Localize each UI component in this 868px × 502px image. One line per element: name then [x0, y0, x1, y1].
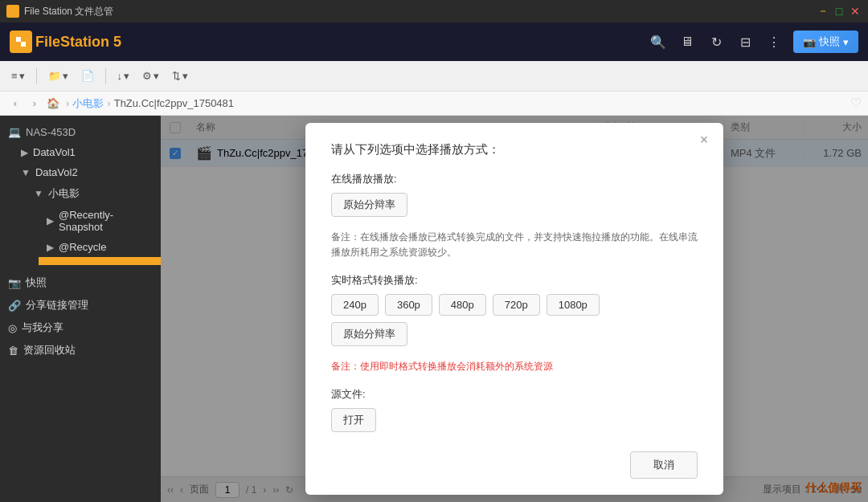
- recycle-bin-label: 资源回收站: [23, 343, 76, 357]
- nas-label: NAS-453D: [26, 126, 76, 138]
- realtime-original-button[interactable]: 原始分辩率: [331, 322, 407, 346]
- quick-icon: 📷: [8, 277, 21, 289]
- back-button[interactable]: ‹: [6, 95, 24, 112]
- recycle-bin-icon: 🗑: [8, 345, 18, 357]
- logo-text: FileStation 5: [35, 34, 121, 51]
- action-button[interactable]: ↓ ▾: [113, 67, 135, 85]
- nas-header: 💻 NAS-453D: [0, 122, 161, 142]
- list-dropdown-icon: ▾: [19, 70, 25, 82]
- breadcrumb-movies[interactable]: 小电影: [72, 96, 104, 111]
- resolution-240p-button[interactable]: 240p: [331, 294, 379, 316]
- header: FileStation 5 🔍 🖥 ↻ ⊟ ⋮ 📷 快照 ▾: [0, 22, 868, 61]
- cancel-button[interactable]: 取消: [630, 451, 698, 479]
- breadcrumb-path: › 小电影 › ThZu.Cc|fc2ppv_1750481: [66, 96, 234, 111]
- sidebar-item-label-4: @Recently-Snapshot: [59, 209, 153, 233]
- online-playback-section: 在线播放播放: 原始分辩率: [331, 172, 698, 217]
- more-icon[interactable]: ⋮: [764, 32, 784, 51]
- sidebar-item-quick[interactable]: 📷 快照: [0, 271, 161, 294]
- minimize-button[interactable]: －: [817, 5, 829, 18]
- source-label: 源文件:: [331, 387, 698, 402]
- resolution-1080p-button[interactable]: 1080p: [547, 294, 600, 316]
- close-button[interactable]: ✕: [849, 5, 862, 18]
- svg-rect-0: [8, 6, 18, 16]
- forward-button[interactable]: ›: [26, 95, 43, 112]
- modal-footer: 取消: [331, 451, 698, 479]
- sidebar-item-label-5: @Recycle: [59, 241, 106, 253]
- sidebar-volumes: ▶ DataVol1 ▼ DataVol2 ▼ 小电影 ▶ @Recen: [0, 142, 161, 265]
- tools-button[interactable]: ⚙ ▾: [137, 67, 164, 85]
- title-bar: File Station 文件总管 － □ ✕: [0, 0, 868, 22]
- create-folder-button[interactable]: 📁 ▾: [43, 67, 73, 85]
- expand-icon: ▶: [21, 147, 28, 158]
- share-button[interactable]: ⇅ ▾: [167, 67, 193, 85]
- window-title: File Station 文件总管: [24, 5, 862, 18]
- breadcrumb-separator-2: ›: [107, 97, 110, 109]
- resolution-480p-button[interactable]: 480p: [439, 294, 486, 316]
- modal-close-button[interactable]: ×: [694, 131, 714, 150]
- nas-icon: 💻: [8, 126, 21, 138]
- online-original-button[interactable]: 原始分辩率: [331, 193, 407, 217]
- realtime-warning: 备注：使用即时格式转换播放会消耗额外的系统资源: [331, 359, 698, 374]
- home-icon[interactable]: 🏠: [47, 97, 59, 109]
- sidebar-item-movies[interactable]: ▼ 小电影: [26, 182, 161, 205]
- tools-dropdown-icon: ▾: [154, 70, 159, 82]
- sidebar: 💻 NAS-453D ▶ DataVol1 ▼ DataVol2 ▼ 小电影: [0, 116, 161, 502]
- resolution-360p-button[interactable]: 360p: [385, 294, 432, 316]
- resolution-buttons: 240p 360p 480p 720p 1080p: [331, 294, 698, 316]
- breadcrumb-nav: ‹ ›: [6, 95, 43, 112]
- sidebar-item-share-links[interactable]: 🔗 分享链接管理: [0, 294, 161, 316]
- tools-icon: ⚙: [142, 70, 152, 82]
- monitor-icon[interactable]: 🖥: [678, 32, 697, 51]
- sidebar-sub-datavol2: ▼ 小电影 ▶ @Recently-Snapshot ▶ @Recycle: [13, 182, 161, 265]
- toolbar-separator-2: [105, 68, 106, 84]
- sidebar-item-datavol2[interactable]: ▼ DataVol2: [13, 162, 161, 182]
- online-label: 在线播放播放:: [331, 172, 698, 186]
- toolbar: ≡ ▾ 📁 ▾ 📄 ↓ ▾ ⚙ ▾ ⇅ ▾: [0, 61, 868, 92]
- source-section: 源文件: 打开: [331, 387, 698, 432]
- content-area: 💻 NAS-453D ▶ DataVol1 ▼ DataVol2 ▼ 小电影: [0, 116, 868, 502]
- quick-dropdown-icon: ▾: [843, 36, 849, 48]
- breadcrumb-separator-1: ›: [66, 97, 69, 109]
- breadcrumb-current: ThZu.Cc|fc2ppv_1750481: [114, 97, 234, 109]
- breadcrumb: ‹ › 🏠 › 小电影 › ThZu.Cc|fc2ppv_1750481 ♡: [0, 92, 868, 116]
- source-open-button[interactable]: 打开: [331, 408, 376, 432]
- svg-rect-1: [16, 37, 21, 42]
- svg-rect-2: [21, 42, 26, 47]
- sidebar-item-recycle[interactable]: ▶ @Recycle: [39, 237, 161, 257]
- sidebar-item-label-2: DataVol2: [35, 166, 78, 178]
- search-icon[interactable]: 🔍: [649, 32, 668, 51]
- my-share-icon: ◎: [8, 322, 17, 334]
- sidebar-item-datavol1[interactable]: ▶ DataVol1: [13, 142, 161, 162]
- quick-access-button[interactable]: 📷 快照 ▾: [793, 31, 858, 53]
- expand-icon-2: ▼: [21, 167, 31, 178]
- sidebar-item-my-share[interactable]: ◎ 与我分享: [0, 316, 161, 339]
- maximize-button[interactable]: □: [833, 5, 845, 18]
- modal-title: 请从下列选项中选择播放方式：: [331, 142, 698, 157]
- play-mode-dialog: × 请从下列选项中选择播放方式： 在线播放播放: 原始分辩率 备注：在线播放会播…: [305, 123, 723, 496]
- share-links-label: 分享链接管理: [26, 298, 88, 312]
- share-links-icon: 🔗: [8, 300, 21, 312]
- action-dropdown-icon: ▾: [124, 70, 129, 82]
- list-view-button[interactable]: ≡ ▾: [6, 67, 30, 85]
- favorite-icon[interactable]: ♡: [850, 96, 862, 111]
- header-right: 🔍 🖥 ↻ ⊟ ⋮ 📷 快照 ▾: [649, 31, 858, 53]
- sidebar-item-recently[interactable]: ▶ @Recently-Snapshot: [39, 205, 161, 237]
- filter-icon[interactable]: ⊟: [735, 32, 755, 51]
- create-folder-icon: 📁: [48, 70, 61, 82]
- quick-label: 快照: [26, 275, 47, 290]
- upload-button[interactable]: 📄: [76, 67, 99, 85]
- upload-icon: 📄: [81, 70, 94, 82]
- action-icon: ↓: [117, 70, 123, 82]
- app-icon: [6, 5, 19, 18]
- refresh-icon[interactable]: ↻: [706, 32, 726, 51]
- sidebar-item-label-3: 小电影: [48, 186, 80, 201]
- app-container: FileStation 5 🔍 🖥 ↻ ⊟ ⋮ 📷 快照 ▾ ≡ ▾ 📁 ▾: [0, 22, 868, 502]
- logo: FileStation 5: [10, 31, 121, 53]
- resolution-720p-button[interactable]: 720p: [493, 294, 540, 316]
- realtime-label: 实时格式转换播放:: [331, 273, 698, 288]
- sidebar-item-recycle-bin[interactable]: 🗑 资源回收站: [0, 339, 161, 361]
- list-icon: ≡: [11, 70, 18, 82]
- main-panel: 名称 建立时间 类别 大小 ✓ 🎬 ThZu.Cc|fc2ppv_1750481…: [161, 116, 868, 502]
- sidebar-item-current[interactable]: [39, 257, 161, 265]
- online-note: 备注：在线播放会播放已格式转换完成的文件，并支持快速拖拉播放的功能。在线串流播放…: [331, 230, 698, 260]
